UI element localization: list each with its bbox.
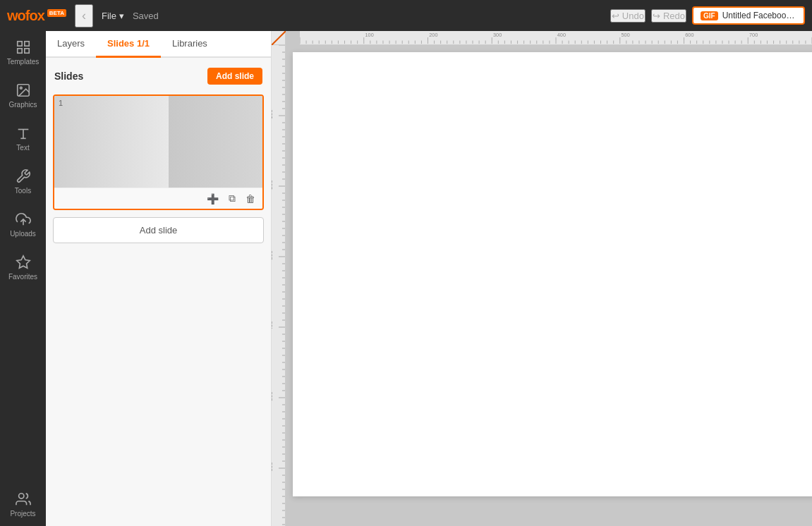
canvas-content[interactable] bbox=[293, 52, 812, 496]
text-label: Text bbox=[16, 144, 29, 152]
slides-panel-title: Slides bbox=[54, 71, 83, 82]
ruler-vertical: 100200300400500600700800 bbox=[272, 45, 286, 526]
svg-text:300: 300 bbox=[272, 250, 274, 260]
slide-duplicate-button[interactable]: ⧉ bbox=[226, 191, 238, 206]
uploads-label: Uploads bbox=[10, 230, 36, 238]
project-title: Untitled Facebook Pos bbox=[722, 11, 796, 20]
svg-rect-0 bbox=[17, 42, 21, 46]
svg-text:100: 100 bbox=[365, 32, 374, 38]
slides-panel: Slides Add slide 1 ➕ ⧉ 🗑 Add slide bbox=[46, 58, 271, 526]
graphics-label: Graphics bbox=[8, 101, 37, 109]
svg-text:500: 500 bbox=[622, 32, 630, 38]
redo-label: Redo bbox=[663, 11, 685, 21]
svg-marker-10 bbox=[16, 256, 29, 268]
saved-indicator: Saved bbox=[133, 11, 159, 21]
svg-text:600: 600 bbox=[685, 32, 693, 38]
svg-point-11 bbox=[18, 494, 23, 499]
canvas-main-row: 100200300400500600700800 bbox=[272, 45, 812, 526]
file-menu[interactable]: File ▾ bbox=[102, 11, 124, 21]
svg-text:600: 600 bbox=[272, 462, 274, 472]
slide-actions: ➕ ⧉ 🗑 bbox=[54, 188, 262, 209]
svg-text:700: 700 bbox=[749, 32, 758, 38]
svg-rect-3 bbox=[24, 49, 28, 53]
file-label: File bbox=[102, 11, 116, 21]
main-layout: Templates Graphics Text Tools bbox=[0, 31, 812, 526]
tab-slides[interactable]: Slides 1/1 bbox=[96, 31, 161, 58]
slide-delete-button[interactable]: 🗑 bbox=[243, 192, 258, 206]
sidebar-item-projects[interactable]: Projects bbox=[0, 483, 46, 526]
logo: wofox bbox=[7, 8, 44, 24]
sidebar-item-tools[interactable]: Tools bbox=[0, 160, 46, 203]
sidebar-item-favorites[interactable]: Favorites bbox=[0, 246, 46, 289]
projects-icon bbox=[16, 491, 31, 507]
ruler-top-row: 100200300400500600700800 bbox=[272, 31, 812, 45]
grid-icon bbox=[16, 39, 31, 55]
back-button[interactable]: ‹ bbox=[75, 4, 93, 27]
icon-sidebar: Templates Graphics Text Tools bbox=[0, 31, 46, 526]
slide-add-button[interactable]: ➕ bbox=[204, 192, 222, 206]
tools-label: Tools bbox=[15, 187, 31, 195]
undo-button[interactable]: ↩ Undo bbox=[610, 9, 646, 23]
ruler-h-svg: 100200300400500600700800 bbox=[300, 31, 812, 44]
sidebar-item-uploads[interactable]: Uploads bbox=[0, 203, 46, 246]
ruler-v-svg: 100200300400500600700800 bbox=[272, 45, 286, 526]
svg-text:200: 200 bbox=[272, 180, 274, 190]
project-title-button[interactable]: GIF Untitled Facebook Pos bbox=[692, 6, 805, 25]
projects-label: Projects bbox=[10, 510, 35, 518]
slide-number: 1 bbox=[59, 99, 63, 107]
header: wofox BETA ‹ File ▾ Saved ↩ Undo ↪ Redo … bbox=[0, 0, 812, 31]
svg-text:400: 400 bbox=[557, 32, 566, 38]
undo-icon: ↩ bbox=[612, 11, 619, 21]
slides-panel-header: Slides Add slide bbox=[53, 65, 264, 87]
slide-thumbnail-1[interactable]: 1 ➕ ⧉ 🗑 bbox=[53, 94, 264, 210]
svg-text:100: 100 bbox=[272, 109, 274, 119]
svg-text:400: 400 bbox=[272, 321, 274, 331]
file-arrow-icon: ▾ bbox=[119, 11, 124, 21]
image-icon bbox=[16, 82, 31, 98]
svg-text:500: 500 bbox=[272, 391, 274, 401]
svg-text:200: 200 bbox=[429, 32, 437, 38]
slide-thumbnail-inner bbox=[54, 96, 262, 188]
ruler-corner-piece bbox=[272, 31, 286, 45]
tab-bar: Layers Slides 1/1 Libraries bbox=[46, 31, 271, 58]
canvas-scroll[interactable] bbox=[286, 45, 812, 526]
logo-area: wofox BETA bbox=[7, 8, 66, 24]
panels-area: Layers Slides 1/1 Libraries Slides Add s… bbox=[46, 31, 272, 526]
add-slide-header-button[interactable]: Add slide bbox=[207, 68, 262, 85]
svg-point-5 bbox=[20, 87, 22, 89]
gif-badge: GIF bbox=[701, 11, 718, 20]
svg-rect-1 bbox=[24, 42, 28, 46]
undo-label: Undo bbox=[622, 11, 644, 21]
upload-icon bbox=[16, 212, 31, 227]
ruler-horizontal: 100200300400500600700800 bbox=[300, 31, 812, 45]
tab-libraries[interactable]: Libraries bbox=[161, 31, 219, 58]
text-icon bbox=[16, 126, 31, 141]
redo-icon: ↪ bbox=[653, 11, 660, 21]
templates-label: Templates bbox=[7, 58, 40, 66]
sidebar-item-text[interactable]: Text bbox=[0, 117, 46, 160]
svg-rect-2 bbox=[17, 49, 21, 53]
canvas-area: 100200300400500600700800 100200300400500… bbox=[272, 31, 812, 526]
tools-icon bbox=[16, 169, 31, 184]
redo-button[interactable]: ↪ Redo bbox=[651, 9, 686, 23]
favorites-label: Favorites bbox=[8, 273, 37, 281]
header-right: ↩ Undo ↪ Redo GIF Untitled Facebook Pos bbox=[610, 6, 805, 25]
sidebar-item-graphics[interactable]: Graphics bbox=[0, 74, 46, 117]
sidebar-item-templates[interactable]: Templates bbox=[0, 31, 46, 74]
beta-badge: BETA bbox=[47, 9, 66, 17]
svg-text:300: 300 bbox=[493, 32, 502, 38]
tab-layers[interactable]: Layers bbox=[46, 31, 96, 58]
add-slide-panel-button[interactable]: Add slide bbox=[53, 217, 264, 243]
star-icon bbox=[16, 255, 31, 270]
